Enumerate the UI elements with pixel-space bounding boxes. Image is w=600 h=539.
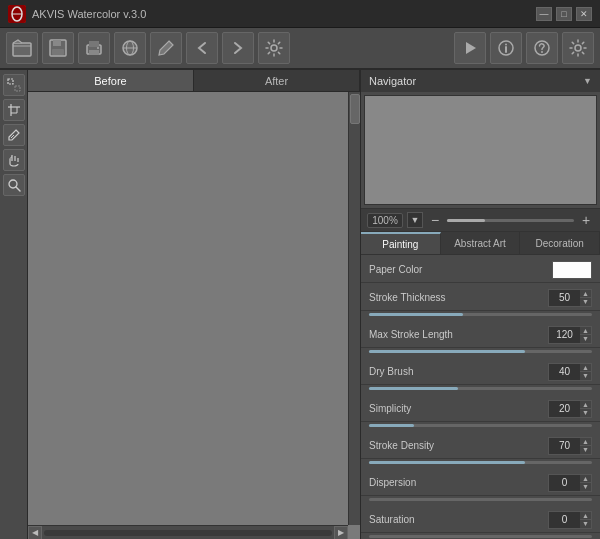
globe-button[interactable] [114,32,146,64]
dispersion-down[interactable]: ▼ [580,483,591,491]
stroke-thickness-up[interactable]: ▲ [580,290,591,299]
stroke-density-label: Stroke Density [369,440,548,451]
stroke-density-row: Stroke Density ▲ ▼ [361,431,600,468]
svg-rect-9 [89,50,99,55]
stroke-thickness-slider[interactable] [369,313,592,316]
dispersion-up[interactable]: ▲ [580,475,591,484]
app-title: AKVIS Watercolor v.3.0 [32,8,536,20]
minimize-button[interactable]: — [536,7,552,21]
svg-point-10 [97,47,99,49]
simplicity-input[interactable] [548,400,580,418]
simplicity-spinner: ▲ ▼ [548,400,592,418]
decoration-tab[interactable]: Decoration [520,232,600,254]
dispersion-slider-row [361,498,600,505]
open-file-button[interactable] [6,32,38,64]
saturation-up[interactable]: ▲ [580,512,591,521]
dry-brush-input[interactable] [548,363,580,381]
navigator-title: Navigator [369,75,416,87]
max-stroke-length-label: Max Stroke Length [369,329,548,340]
max-stroke-length-input[interactable] [548,326,580,344]
dry-brush-up[interactable]: ▲ [580,364,591,373]
stroke-density-down[interactable]: ▼ [580,446,591,454]
simplicity-arrows: ▲ ▼ [580,400,592,418]
saturation-spinner: ▲ ▼ [548,511,592,529]
info-button[interactable] [490,32,522,64]
select-tool[interactable] [3,74,25,96]
dispersion-label: Dispersion [369,477,548,488]
stroke-thickness-row: Stroke Thickness ▲ ▼ [361,283,600,320]
paper-color-row: Paper Color [361,255,600,283]
app-prefs-button[interactable] [562,32,594,64]
simplicity-slider-row [361,424,600,431]
toolbar [0,28,600,70]
zoom-slider[interactable] [447,219,574,222]
arrow-forward-button[interactable] [222,32,254,64]
pan-tool[interactable] [3,149,25,171]
abstract-art-tab[interactable]: Abstract Art [441,232,521,254]
max-stroke-length-slider[interactable] [369,350,592,353]
brush-button[interactable] [150,32,182,64]
horizontal-scrollbar[interactable]: ◀ ▶ [28,525,348,539]
close-button[interactable]: ✕ [576,7,592,21]
save-button[interactable] [42,32,74,64]
dry-brush-slider[interactable] [369,387,592,390]
dispersion-slider[interactable] [369,498,592,501]
paper-color-picker[interactable] [552,261,592,279]
vertical-scrollbar[interactable] [348,92,360,525]
stroke-thickness-input[interactable] [548,289,580,307]
watercolor-settings-button[interactable] [258,32,290,64]
scroll-left-arrow[interactable]: ◀ [28,526,42,540]
saturation-slider[interactable] [369,535,592,538]
simplicity-slider[interactable] [369,424,592,427]
simplicity-label: Simplicity [369,403,548,414]
play-button[interactable] [454,32,486,64]
simplicity-down[interactable]: ▼ [580,409,591,417]
stroke-density-slider[interactable] [369,461,592,464]
navigator-preview [364,95,597,205]
zoom-bar: 100% ▼ − + [361,208,600,231]
canvas-area: Before After ◀ ▶ [28,70,360,539]
stroke-density-input[interactable] [548,437,580,455]
zoom-out-button[interactable]: − [427,212,443,228]
stroke-thickness-label: Stroke Thickness [369,292,548,303]
dispersion-input[interactable] [548,474,580,492]
svg-point-21 [575,45,581,51]
navigator-header[interactable]: Navigator ▼ [361,70,600,92]
dispersion-row: Dispersion ▲ ▼ [361,468,600,505]
dry-brush-slider-row [361,387,600,394]
dry-brush-down[interactable]: ▼ [580,372,591,380]
simplicity-row: Simplicity ▲ ▼ [361,394,600,431]
max-stroke-length-down[interactable]: ▼ [580,335,591,343]
after-tab[interactable]: After [194,70,360,91]
app-icon [8,5,26,23]
svg-point-18 [505,44,507,46]
svg-rect-23 [15,86,20,91]
image-canvas: ◀ ▶ [28,92,360,539]
svg-point-14 [271,45,277,51]
painting-tab[interactable]: Painting [361,232,441,254]
simplicity-up[interactable]: ▲ [580,401,591,410]
arrow-back-button[interactable] [186,32,218,64]
svg-rect-5 [53,40,61,46]
before-tab[interactable]: Before [28,70,194,91]
dry-brush-row: Dry Brush ▲ ▼ [361,357,600,394]
zoom-dropdown[interactable]: ▼ [407,212,423,228]
saturation-input[interactable] [548,511,580,529]
svg-rect-6 [52,49,64,55]
print-button[interactable] [78,32,110,64]
dispersion-spinner: ▲ ▼ [548,474,592,492]
zoom-tool[interactable] [3,174,25,196]
view-tabs: Before After [28,70,360,92]
saturation-down[interactable]: ▼ [580,520,591,528]
stroke-thickness-down[interactable]: ▼ [580,298,591,306]
eyedropper-tool[interactable] [3,124,25,146]
settings-content: Paper Color Stroke Thickness ▲ ▼ [361,255,600,539]
max-stroke-length-up[interactable]: ▲ [580,327,591,336]
scroll-right-arrow[interactable]: ▶ [334,526,348,540]
maximize-button[interactable]: □ [556,7,572,21]
stroke-density-up[interactable]: ▲ [580,438,591,447]
help-button[interactable] [526,32,558,64]
zoom-in-button[interactable]: + [578,212,594,228]
scroll-track [44,530,332,536]
crop-tool[interactable] [3,99,25,121]
